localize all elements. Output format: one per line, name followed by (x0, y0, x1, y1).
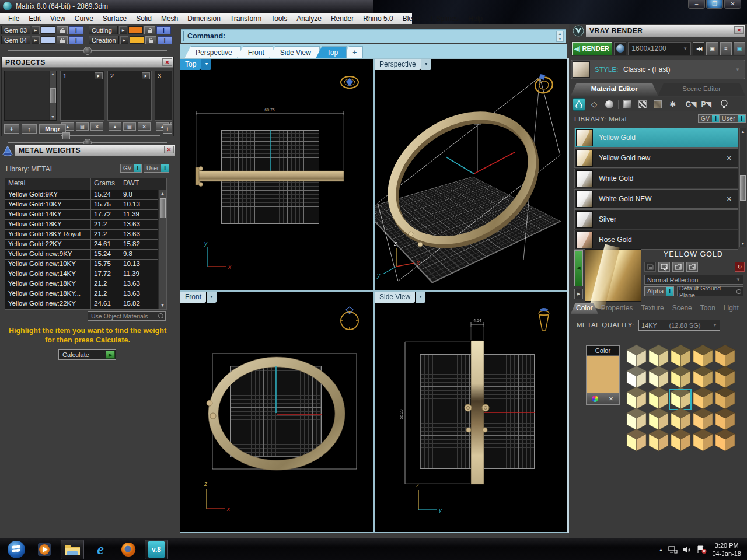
expand-icon[interactable]: ▶ (32, 36, 40, 44)
projects-close-icon[interactable]: ✕ (162, 58, 172, 66)
layer-slider[interactable] (8, 47, 167, 55)
layer-color-swatch[interactable] (128, 26, 143, 34)
metal-color-cube[interactable] (692, 386, 714, 410)
volume-icon[interactable] (683, 546, 692, 554)
menu-transform[interactable]: Transform (225, 15, 266, 23)
layer-indicator[interactable]: I (158, 36, 172, 44)
metal-color-cube[interactable] (670, 428, 692, 452)
table-row[interactable]: Yellow Gold:18KY Royal21.213.63 (5, 230, 166, 240)
metal-weights-close-icon[interactable]: ✕ (164, 146, 174, 153)
projects-list[interactable]: ▲▼ (4, 71, 57, 121)
gv-picker-icon[interactable]: G◥ (685, 98, 697, 111)
menu-t-splines[interactable]: T-Splines (425, 15, 463, 23)
expand-icon[interactable]: ▶ (119, 26, 127, 34)
project-slot-3[interactable]: 3▶▲▤✕ (155, 71, 172, 131)
menu-tools[interactable]: Tools (266, 15, 292, 23)
table-row[interactable]: Yellow Gold new:10KY15.7510.13 (5, 260, 166, 270)
start-button[interactable] (5, 540, 28, 559)
style-selector[interactable]: STYLE: Classic - (Fast) ▼ (571, 60, 745, 79)
menu-render[interactable]: Render (326, 15, 358, 23)
vray-gv-toggle[interactable]: GVI (698, 114, 720, 123)
metal-color-cube[interactable] (648, 365, 669, 388)
current-color-swatch[interactable] (587, 356, 619, 393)
layer-color-swatch[interactable] (130, 36, 144, 44)
project-up-button[interactable]: ↑ (22, 124, 37, 134)
material-white-gold[interactable]: White Gold (574, 169, 738, 188)
taskbar-file-explorer[interactable] (61, 540, 84, 559)
menu-rhino-5-0[interactable]: Rhino 5.0 (358, 15, 397, 23)
metal-color-cube[interactable] (648, 407, 669, 430)
save-material-button[interactable] (644, 262, 656, 272)
refresh-preview-button[interactable]: ↻ (735, 262, 745, 272)
metal-color-cube[interactable] (670, 407, 692, 430)
tab-scene-editor[interactable]: Scene Editor (658, 83, 746, 96)
p-picker-icon[interactable]: P◥ (700, 98, 713, 111)
project-slot-1[interactable]: 1▶▲▤✕ (60, 71, 104, 131)
command-spinner[interactable]: ▲▼ (556, 31, 564, 42)
calculate-button[interactable]: Calculate▶ (58, 349, 116, 360)
taskbar-firefox[interactable] (117, 540, 140, 559)
command-bar[interactable]: Command: ▲▼ (181, 29, 566, 43)
material-yellow-gold-new[interactable]: Yellow Gold new✕ (574, 148, 738, 168)
material-rose-gold[interactable]: Rose Gold (574, 230, 738, 250)
taskbar-matrix-v8[interactable]: v.8 (145, 540, 168, 559)
viewport-front-dropdown-icon[interactable]: ▼ (207, 292, 217, 303)
menu-view[interactable]: View (46, 15, 70, 23)
project-add-button[interactable]: + (4, 124, 19, 134)
ground-plane-selector[interactable]: Default Ground Plane (677, 286, 743, 296)
slot-load-button[interactable]: ▲ (109, 123, 121, 131)
viewport-top-dropdown-icon[interactable]: ▼ (201, 59, 211, 70)
slot-menu-icon[interactable]: ▶ (142, 72, 150, 79)
menu-help[interactable]: Help (463, 15, 487, 23)
layer-color-swatch[interactable] (41, 26, 55, 34)
viewport-top[interactable]: 60.75 y x Top▼ (180, 59, 374, 290)
metal-color-cube[interactable] (626, 344, 647, 368)
col-metal[interactable]: Metal (5, 178, 91, 190)
metal-color-cube[interactable] (714, 365, 736, 388)
viewport-perspective-label[interactable]: Perspective (375, 59, 421, 70)
view-tab-side-view[interactable]: Side View (269, 46, 320, 58)
stamp-material-button[interactable] (658, 262, 670, 272)
metal-color-cube[interactable] (714, 428, 736, 452)
taskbar-internet-explorer[interactable]: e (89, 540, 112, 559)
taskbar-clock[interactable]: 3:20 PM 04-Jan-18 (712, 541, 741, 558)
col-grams[interactable]: Grams (91, 178, 120, 190)
metal-color-cube[interactable] (714, 407, 736, 430)
metal-color-cube[interactable] (692, 344, 714, 368)
slot-delete-button[interactable]: ✕ (90, 123, 103, 131)
table-row[interactable]: Yellow Gold:10KY15.7510.13 (5, 200, 166, 210)
material-yellow-gold[interactable]: Yellow Gold (574, 128, 738, 148)
property-tab-color[interactable]: Color (571, 303, 598, 314)
property-tab-texture[interactable]: Texture (636, 303, 669, 314)
layer-color-swatch[interactable] (41, 36, 55, 44)
projects-list-scrollbar[interactable]: ▲▼ (49, 71, 56, 120)
viewport-front-label[interactable]: Front (180, 292, 206, 303)
tab-material-editor[interactable]: Material Editor (571, 83, 658, 96)
table-row[interactable]: Yellow Gold:18KY21.213.63 (5, 220, 166, 230)
col-dwt[interactable]: DWT (120, 178, 148, 190)
projects-plus-button[interactable]: + (163, 124, 172, 134)
rewind-button[interactable]: ◀◀ (693, 42, 704, 55)
menu-mesh[interactable]: Mesh (156, 15, 183, 23)
table-row[interactable]: Yellow Gold new:14KY17.7211.39 (5, 270, 166, 279)
metal-color-cube[interactable] (626, 428, 647, 452)
remove-material-icon[interactable]: ✕ (727, 195, 732, 203)
property-tab-light[interactable]: Light (718, 303, 744, 314)
metal-color-cube[interactable] (670, 365, 692, 388)
expand-icon[interactable]: ▶ (32, 26, 40, 34)
lock-icon[interactable] (145, 36, 156, 44)
menu-file[interactable]: File (4, 15, 24, 23)
render-settings-button[interactable]: ▣ (706, 42, 718, 55)
table-row[interactable]: Yellow Gold:14KY17.7211.39 (5, 210, 166, 220)
viewport-side-label[interactable]: Side View (375, 292, 415, 303)
metal-quality-dropdown[interactable]: 14KY (12.88 SG) ▼ (638, 320, 720, 331)
metal-color-cube[interactable] (648, 386, 669, 410)
viewport-front[interactable]: z x Front▼ (180, 292, 374, 532)
property-tab-toon[interactable]: Toon (695, 303, 721, 314)
layer-indicator[interactable]: I (69, 26, 83, 34)
texture-material-icon[interactable] (651, 98, 664, 111)
metal-color-cube[interactable] (692, 407, 714, 430)
vray-user-toggle[interactable]: UserI (719, 114, 746, 123)
property-tab-scene[interactable]: Scene (667, 303, 697, 314)
metal-color-cube[interactable] (626, 365, 647, 388)
